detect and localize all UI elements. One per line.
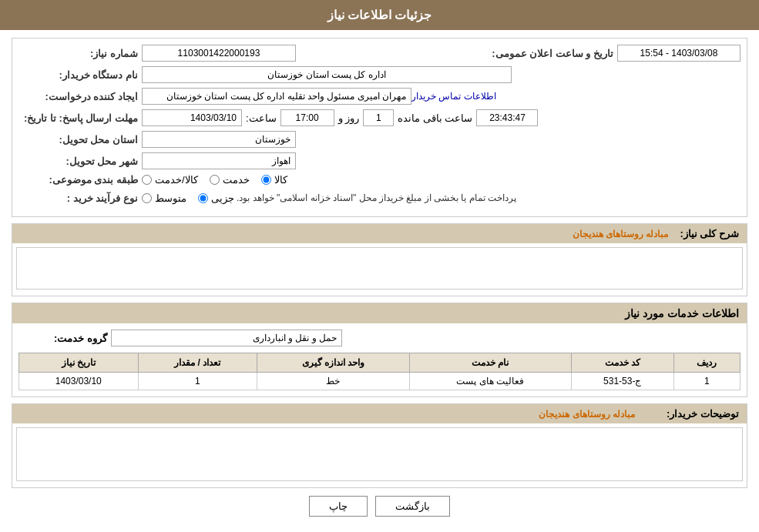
remaining-label: ساعت باقی مانده [398, 112, 472, 124]
remaining-input [476, 109, 538, 126]
col-header-date: تاریخ نیاز [19, 353, 139, 373]
kala-label: کالا [274, 174, 287, 186]
creator-input [142, 88, 411, 105]
deadline-label: مهلت ارسال پاسخ: تا تاریخ: [18, 112, 142, 124]
category-radio-kala[interactable] [261, 175, 271, 185]
creator-label: ایجاد کننده درخواست: [18, 91, 142, 102]
page-header: جزئیات اطلاعات نیاز [0, 0, 759, 30]
service-group-row: گروه خدمت: [18, 330, 741, 346]
jozii-label: جزیی [211, 192, 234, 204]
deadline-date-input [142, 109, 242, 126]
services-table-container: ردیف کد خدمت نام خدمت واحد اندازه گیری ت… [18, 353, 741, 390]
buyer-description-body [12, 423, 747, 487]
page-wrapper: جزئیات اطلاعات نیاز شماره نیاز: تاریخ و … [0, 0, 759, 532]
cell-date: 1403/03/10 [19, 373, 139, 390]
time-label: ساعت: [246, 112, 277, 124]
buyer-description-value-header: مبادله روستاهای هندیجان [539, 409, 635, 420]
day-label: روز و [338, 112, 360, 124]
col-header-service-name: نام خدمت [409, 353, 571, 373]
category-radio-kala-khidmat[interactable] [142, 175, 152, 185]
cell-quantity: 1 [138, 373, 257, 390]
province-input [142, 131, 296, 148]
purchase-type-radio-group: متوسط جزیی [142, 192, 234, 204]
purchase-type-jozii: جزیی [198, 192, 234, 204]
need-number-input [142, 45, 296, 62]
category-row: طبقه بندی موضوعی: کالا/خدمت خدمت کالا [18, 174, 741, 186]
cell-row: 1 [673, 373, 740, 390]
cell-service-name: فعالیت های پست [409, 373, 571, 390]
category-khidmat: خدمت [210, 174, 250, 186]
buyer-description-section: توضیحات خریدار: مبادله روستاهای هندیجان [12, 403, 747, 488]
announcement-date-label: تاریخ و ساعت اعلان عمومی: [471, 48, 617, 59]
category-kala-khidmat: کالا/خدمت [142, 174, 198, 186]
col-header-unit: واحد اندازه گیری [257, 353, 409, 373]
need-number-row: شماره نیاز: تاریخ و ساعت اعلان عمومی: [18, 45, 741, 62]
creator-row: ایجاد کننده درخواست: اطلاعات تماس خریدار [18, 88, 741, 105]
need-description-label: شرح کلی نیاز: [680, 228, 739, 239]
main-content: شماره نیاز: تاریخ و ساعت اعلان عمومی: نا… [0, 30, 759, 532]
page-title: جزئیات اطلاعات نیاز [327, 8, 432, 22]
category-radio-khidmat[interactable] [210, 175, 220, 185]
col-header-row: ردیف [673, 353, 740, 373]
requester-org-label: نام دستگاه خریدار: [18, 69, 142, 81]
table-row: 1 ج-53-531 فعالیت های پست خط 1 1403/03/1… [19, 373, 741, 390]
need-description-textarea[interactable] [16, 247, 743, 289]
category-kala: کالا [261, 174, 287, 186]
service-group-input [111, 330, 342, 346]
announcement-date-input [617, 45, 741, 62]
kala-khidmat-label: کالا/خدمت [155, 174, 198, 186]
buyer-description-header: توضیحات خریدار: مبادله روستاهای هندیجان [12, 404, 747, 423]
buyer-description-textarea[interactable] [16, 427, 743, 481]
motavasset-label: متوسط [155, 192, 186, 204]
cell-service-code: ج-53-531 [571, 373, 673, 390]
city-input [142, 152, 296, 169]
info-section: شماره نیاز: تاریخ و ساعت اعلان عمومی: نا… [12, 38, 747, 217]
requester-org-input [142, 66, 512, 83]
need-description-value-header: مبادله روستاهای هندیجان [573, 229, 669, 239]
purchase-type-radio-jozii[interactable] [198, 193, 208, 203]
need-description-body [12, 243, 747, 296]
category-label: طبقه بندی موضوعی: [18, 174, 142, 186]
purchase-type-motavasset: متوسط [142, 192, 186, 204]
need-number-label: شماره نیاز: [18, 48, 142, 59]
khidmat-label: خدمت [223, 174, 250, 186]
purchase-type-row: نوع فرآیند خرید : متوسط جزیی پرداخت تمام… [18, 190, 741, 206]
buyer-description-label: توضیحات خریدار: [646, 408, 739, 420]
need-description-section: شرح کلی نیاز: مبادله روستاهای هندیجان [12, 223, 747, 296]
day-input [363, 109, 394, 126]
cell-unit: خط [257, 373, 409, 390]
col-header-quantity: تعداد / مقدار [138, 353, 257, 373]
print-button[interactable]: چاپ [309, 496, 368, 517]
org-name-row: نام دستگاه خریدار: [18, 66, 741, 83]
back-button[interactable]: بازگشت [375, 496, 450, 517]
purchase-type-label: نوع فرآیند خرید : [18, 192, 142, 204]
province-label: استان محل تحویل: [18, 134, 142, 146]
services-section: اطلاعات خدمات مورد نیاز گروه خدمت: ردیف … [12, 303, 747, 397]
col-header-service-code: کد خدمت [571, 353, 673, 373]
deadline-time-input [280, 109, 334, 126]
service-group-label: گروه خدمت: [18, 333, 111, 344]
services-section-label: اطلاعات خدمات مورد نیاز [625, 307, 739, 320]
section-body: شماره نیاز: تاریخ و ساعت اعلان عمومی: نا… [12, 38, 747, 216]
services-table: ردیف کد خدمت نام خدمت واحد اندازه گیری ت… [18, 353, 741, 390]
deadline-row: مهلت ارسال پاسخ: تا تاریخ: ساعت: روز و س… [18, 109, 741, 126]
province-row: استان محل تحویل: [18, 131, 741, 148]
city-row: شهر محل تحویل: [18, 152, 741, 169]
category-radio-group: کالا/خدمت خدمت کالا [142, 174, 287, 186]
buttons-row: بازگشت چاپ [12, 496, 747, 517]
purchase-type-radio-motavasset[interactable] [142, 193, 152, 203]
city-label: شهر محل تحویل: [18, 156, 142, 167]
need-description-header: شرح کلی نیاز: مبادله روستاهای هندیجان [12, 224, 747, 243]
services-body: گروه خدمت: ردیف کد خدمت نام خدمت واحد ان… [12, 323, 747, 396]
creator-contact-link[interactable]: اطلاعات تماس خریدار [411, 91, 496, 102]
purchase-type-note: پرداخت تمام یا بخشی از مبلغ خریداز محل "… [234, 190, 519, 206]
services-header: اطلاعات خدمات مورد نیاز [12, 303, 747, 323]
